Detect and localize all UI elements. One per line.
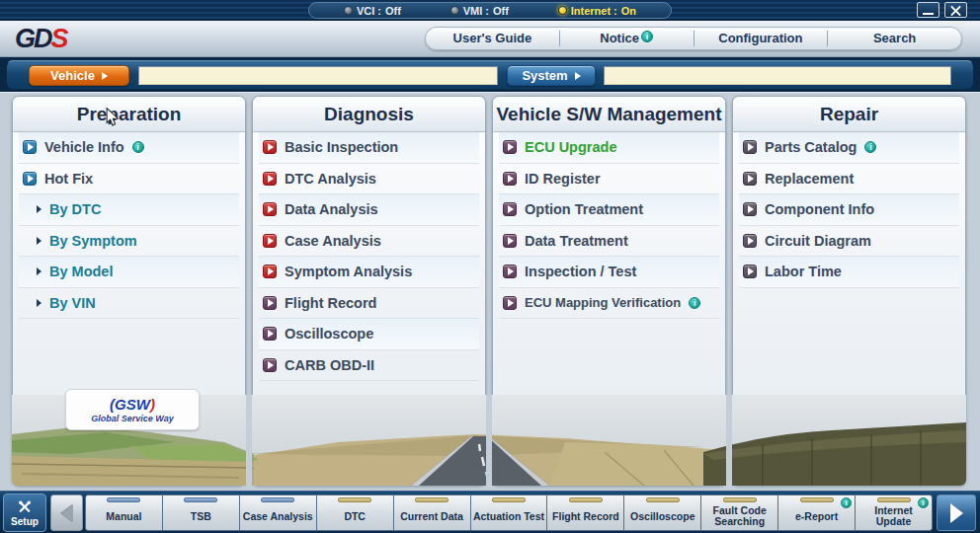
info-icon [864, 141, 876, 153]
column-list: Parts CatalogReplacementComponent InfoCi… [733, 132, 965, 288]
item-bullet-icon [263, 265, 277, 278]
menu-item-by-vin[interactable]: By VIN [19, 288, 239, 320]
item-bullet-icon [503, 202, 517, 216]
menu-item-id-register[interactable]: ID Register [499, 164, 719, 195]
tab-manual[interactable]: Manual [86, 495, 163, 530]
menu-item-ecu-upgrade[interactable]: ECU Upgrade [499, 132, 719, 164]
menu-item-by-model[interactable]: By Model [19, 257, 239, 288]
tab-label: Manual [104, 503, 143, 523]
tab-dtc[interactable]: DTC [317, 495, 394, 530]
menu-item-label: Parts Catalog [765, 139, 857, 155]
tab-tsb[interactable]: TSB [163, 495, 240, 530]
menu-item-basic-inspection[interactable]: Basic Inspection [259, 132, 479, 164]
scroll-left-button[interactable] [50, 495, 83, 531]
menu-item-dtc-analysis[interactable]: DTC Analysis [259, 164, 479, 195]
menu-users-guide[interactable]: User's Guide [426, 31, 560, 46]
tab-actuation-test[interactable]: Actuation Test [471, 495, 548, 530]
tab-color-bar [877, 497, 911, 502]
column-list: Basic InspectionDTC AnalysisData Analysi… [253, 132, 485, 381]
tab-color-bar [107, 497, 140, 502]
tools-icon [17, 499, 33, 514]
close-button[interactable] [944, 2, 967, 18]
menu-item-inspection-test[interactable]: Inspection / Test [499, 257, 719, 288]
menu-item-ecu-mapping-verification[interactable]: ECU Mapping Verification [499, 288, 719, 320]
tab-label: Actuation Test [471, 503, 546, 523]
menu-item-label: Replacement [765, 171, 854, 187]
menu-item-label: By VIN [49, 295, 96, 311]
menu-item-replacement[interactable]: Replacement [739, 164, 959, 195]
menu-item-parts-catalog[interactable]: Parts Catalog [739, 132, 959, 164]
menu-item-option-treatment[interactable]: Option Treatment [499, 194, 719, 226]
menu-item-label: Hot Fix [44, 171, 93, 187]
item-bullet-icon [503, 234, 517, 248]
menu-item-by-symptom[interactable]: By Symptom [19, 226, 239, 258]
item-bullet-icon [263, 202, 277, 216]
menu-item-symptom-analysis[interactable]: Symptom Analysis [259, 257, 479, 288]
tab-fault-code-searching[interactable]: Fault Code Searching [701, 495, 778, 530]
info-icon [918, 497, 929, 508]
tab-color-bar [723, 497, 757, 502]
item-bullet-icon [263, 234, 277, 248]
vci-status: VCI Off [344, 5, 401, 17]
gsw-logo-text: GSW [110, 397, 155, 412]
minimize-button[interactable] [917, 2, 939, 18]
tab-e-report[interactable]: e-Report [778, 495, 856, 530]
toolbar-tabs: ManualTSBCase AnalysisDTCCurrent DataAct… [85, 495, 933, 531]
menu-item-circuit-diagram[interactable]: Circuit Diagram [739, 226, 959, 258]
tab-label: Oscilloscope [628, 503, 696, 523]
system-select-button[interactable]: System [507, 65, 596, 86]
bottom-toolbar: Setup ManualTSBCase AnalysisDTCCurrent D… [0, 491, 980, 533]
menu-item-label: By Model [49, 264, 113, 279]
tab-color-bar [800, 497, 834, 502]
tab-label: Flight Record [550, 503, 621, 523]
menu-item-carb-obd-ii[interactable]: CARB OBD-II [259, 350, 479, 382]
vmi-status: VMI Off [450, 5, 509, 17]
tab-label: TSB [189, 503, 213, 523]
item-bullet-icon [503, 172, 517, 186]
gsw-logo: GSW Global Service Way [65, 389, 200, 430]
tab-flight-record[interactable]: Flight Record [547, 495, 624, 530]
setup-button[interactable]: Setup [3, 494, 46, 532]
vehicle-select-button[interactable]: Vehicle [29, 65, 129, 86]
menu-search[interactable]: Search [828, 31, 961, 46]
vmi-status-value: Off [493, 5, 509, 17]
menu-item-by-dtc[interactable]: By DTC [19, 194, 239, 226]
menu-notice-label: Notice [600, 31, 639, 45]
arrow-right-icon [102, 72, 108, 80]
menu-item-component-info[interactable]: Component Info [739, 194, 959, 226]
vehicle-input[interactable] [138, 66, 498, 85]
system-input[interactable] [604, 66, 951, 85]
menu-item-oscilloscope[interactable]: Oscilloscope [259, 319, 479, 350]
tab-case-analysis[interactable]: Case Analysis [240, 495, 317, 530]
tab-internet-update[interactable]: Internet Update [856, 495, 932, 530]
menu-item-data-treatment[interactable]: Data Treatment [499, 226, 719, 258]
menu-item-vehicle-info[interactable]: Vehicle Info [19, 132, 239, 164]
system-button-label: System [522, 68, 567, 83]
item-bullet-icon [503, 265, 517, 278]
menu-item-labor-time[interactable]: Labor Time [739, 257, 959, 288]
item-bullet-icon [263, 358, 277, 372]
menu-item-label: Vehicle Info [44, 139, 124, 155]
menu-item-data-analysis[interactable]: Data Analysis [259, 194, 479, 226]
menu-item-case-analysis[interactable]: Case Analysis [259, 226, 479, 258]
tab-color-bar [184, 497, 217, 502]
menu-item-label: Oscilloscope [285, 326, 373, 342]
menu-notice[interactable]: Notice [560, 31, 694, 46]
menu-item-label: Basic Inspection [285, 139, 398, 155]
menu-item-label: Inspection / Test [525, 264, 636, 279]
menu-configuration[interactable]: Configuration [694, 31, 829, 46]
scroll-right-button[interactable] [937, 495, 976, 531]
internet-status: Internet On [558, 5, 636, 17]
menu-item-label: ECU Upgrade [525, 139, 616, 155]
menu-item-label: By Symptom [49, 233, 137, 249]
column-title-vehicle-s-w-management: Vehicle S/W Management [493, 97, 725, 132]
column-list: ECU UpgradeID RegisterOption TreatmentDa… [493, 132, 725, 319]
app-header: GDS User's Guide Notice Configuration Se… [0, 21, 980, 57]
menu-item-hot-fix[interactable]: Hot Fix [19, 164, 239, 195]
item-bullet-icon [743, 172, 757, 186]
menu-item-flight-record[interactable]: Flight Record [259, 288, 479, 320]
item-bullet-icon [263, 172, 277, 186]
tab-current-data[interactable]: Current Data [394, 495, 471, 530]
tab-oscilloscope[interactable]: Oscilloscope [624, 495, 701, 530]
menu-item-label: ECU Mapping Verification [525, 295, 681, 310]
